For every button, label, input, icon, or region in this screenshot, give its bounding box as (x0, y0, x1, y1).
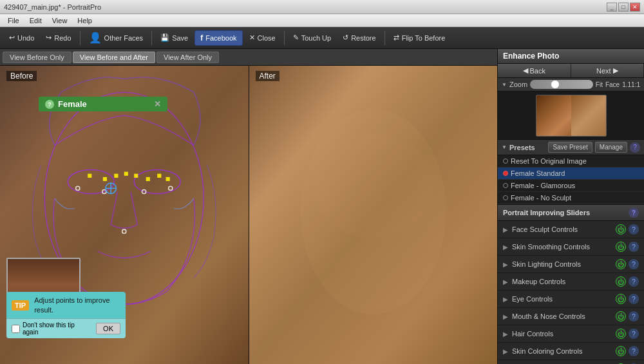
gender-label: ? Female ✕ (39, 97, 167, 111)
maximize-button[interactable]: □ (618, 3, 629, 12)
slider-picture[interactable]: ▶ Picture Controls ⏻ ? (498, 360, 644, 364)
slider-help-button-4[interactable]: ? (629, 294, 639, 304)
slider-eye[interactable]: ▶ Eye Controls ⏻ ? (498, 291, 644, 308)
view-after-only-button[interactable]: View After Only (156, 52, 219, 63)
slider-skin-smoothing[interactable]: ▶ Skin Smoothing Controls ⏻ ? (498, 238, 644, 256)
slider-power-button-7[interactable]: ⏻ (616, 346, 626, 356)
separator-3 (284, 31, 285, 45)
separator-1 (80, 31, 80, 45)
presets-row: ▼ Presets Save Preset Manage ? (498, 140, 644, 155)
close-window-button[interactable]: ✕ (630, 3, 640, 12)
slider-makeup[interactable]: ▶ Makeup Controls ⏻ ? (498, 273, 644, 291)
slider-power-button-5[interactable]: ⏻ (616, 311, 626, 321)
preset-radio (503, 158, 508, 164)
after-overlay (249, 66, 498, 364)
save-preset-button[interactable]: Save Preset (548, 142, 592, 153)
undo-icon: ↩ (9, 34, 15, 42)
facebook-button[interactable]: f Facebook (194, 30, 242, 46)
slider-skin-coloring[interactable]: ▶ Skin Coloring Controls ⏻ ? (498, 343, 644, 360)
view-before-after-button[interactable]: View Before and After (73, 52, 155, 63)
svg-rect-3 (88, 174, 91, 178)
title-bar: 429407_main.jpg* - PortraitPro _ □ ✕ (0, 0, 644, 14)
after-panel[interactable]: After (249, 66, 498, 364)
preset-item-female-standard[interactable]: Female Standard (498, 168, 644, 180)
menu-edit[interactable]: Edit (24, 14, 47, 26)
slider-help-button-2[interactable]: ? (629, 259, 639, 269)
manage-presets-button[interactable]: Manage (595, 142, 627, 153)
tip-ok-button[interactable]: OK (96, 323, 120, 334)
slider-power-button-1[interactable]: ⏻ (616, 242, 626, 252)
preset-item-glamorous[interactable]: Female - Glamorous (498, 180, 644, 192)
slider-help-button-0[interactable]: ? (629, 224, 639, 235)
view-toggle-bar: View Before Only View Before and After V… (0, 49, 497, 66)
touch-up-button[interactable]: ✎ Touch Up (288, 31, 336, 44)
zoom-fit-button[interactable]: Fit (596, 81, 603, 88)
tip-checkbox-input[interactable] (12, 325, 20, 333)
save-button[interactable]: 💾 Save (155, 31, 193, 44)
tip-header: TIP Adjust points to improve result. (6, 292, 126, 318)
flip-button[interactable]: ⇄ Flip To Before (388, 31, 451, 44)
separator-4 (384, 31, 385, 45)
slider-help-button-3[interactable]: ? (629, 276, 639, 287)
preset-radio-active (503, 171, 508, 176)
preset-item-no-sculpt[interactable]: Female - No Sculpt (498, 192, 644, 204)
slider-mouth-nose[interactable]: ▶ Mouth & Nose Controls ⏻ ? (498, 308, 644, 325)
preset-radio-3 (503, 195, 508, 200)
slider-help-button-1[interactable]: ? (629, 242, 639, 252)
restore-icon: ↺ (343, 34, 348, 42)
close-button[interactable]: ✕ Close (244, 31, 281, 44)
window-title: 429407_main.jpg* - PortraitPro (4, 3, 607, 11)
before-label: Before (6, 71, 37, 81)
slider-arrow-icon-3: ▶ (503, 278, 508, 285)
menu-file[interactable]: File (3, 14, 24, 26)
next-button[interactable]: Next ▶ (571, 64, 645, 77)
touchup-icon: ✎ (293, 34, 299, 42)
sliders-help-button[interactable]: ? (629, 207, 639, 218)
gender-close-button[interactable]: ✕ (154, 99, 161, 109)
svg-point-14 (169, 186, 173, 190)
slider-power-button-0[interactable]: ⏻ (616, 224, 626, 235)
slider-help-button-5[interactable]: ? (629, 311, 639, 321)
faces-icon: 👤 (89, 32, 102, 44)
slider-power-button-3[interactable]: ⏻ (616, 276, 626, 287)
facebook-icon: f (200, 34, 203, 43)
slider-help-button-7[interactable]: ? (629, 346, 639, 356)
window-controls: _ □ ✕ (607, 3, 640, 12)
tip-box: TIP Adjust points to improve result. Don… (6, 292, 126, 338)
undo-button[interactable]: ↩ Undo (4, 31, 39, 44)
slider-skin-lighting[interactable]: ▶ Skin Lighting Controls ⏻ ? (498, 256, 644, 273)
tip-checkbox[interactable]: Don't show this tip again (12, 321, 91, 336)
svg-rect-4 (103, 177, 107, 181)
slider-help-button-6[interactable]: ? (629, 329, 639, 339)
after-label: After (256, 71, 279, 81)
zoom-slider[interactable] (530, 80, 593, 89)
back-button[interactable]: ◀ Back (498, 64, 571, 77)
menu-view[interactable]: View (47, 14, 73, 26)
svg-point-2 (134, 170, 180, 194)
slider-hair[interactable]: ▶ Hair Controls ⏻ ? (498, 325, 644, 343)
nav-row: ◀ Back Next ▶ (498, 64, 644, 78)
slider-list: ▶ Face Sculpt Controls ⏻ ? ▶ Skin Smooth… (498, 221, 644, 364)
zoom-face-button[interactable]: Face (605, 81, 620, 88)
left-panel: View Before Only View Before and After V… (0, 49, 497, 364)
slider-power-button-6[interactable]: ⏻ (616, 329, 626, 339)
view-before-only-button[interactable]: View Before Only (3, 52, 71, 63)
slider-power-button-4[interactable]: ⏻ (616, 294, 626, 304)
close-icon: ✕ (249, 34, 255, 42)
presets-help-button[interactable]: ? (630, 142, 640, 153)
svg-point-20 (314, 132, 433, 238)
zoom-triangle-icon: ▼ (502, 82, 507, 88)
other-faces-button[interactable]: 👤 Other Faces (84, 29, 149, 46)
minimize-button[interactable]: _ (607, 3, 617, 12)
before-panel[interactable]: Before (0, 66, 249, 364)
redo-button[interactable]: ↪ Redo (41, 31, 76, 44)
restore-button[interactable]: ↺ Restore (337, 31, 381, 44)
slider-arrow-icon-6: ▶ (503, 330, 508, 338)
slider-power-button-2[interactable]: ⏻ (616, 259, 626, 269)
preset-radio-2 (503, 183, 508, 188)
menu-help[interactable]: Help (72, 14, 97, 26)
preset-item-reset[interactable]: Reset To Original Image (498, 155, 644, 168)
svg-rect-5 (114, 174, 118, 178)
svg-rect-8 (146, 177, 150, 181)
slider-face-sculpt[interactable]: ▶ Face Sculpt Controls ⏻ ? (498, 221, 644, 238)
